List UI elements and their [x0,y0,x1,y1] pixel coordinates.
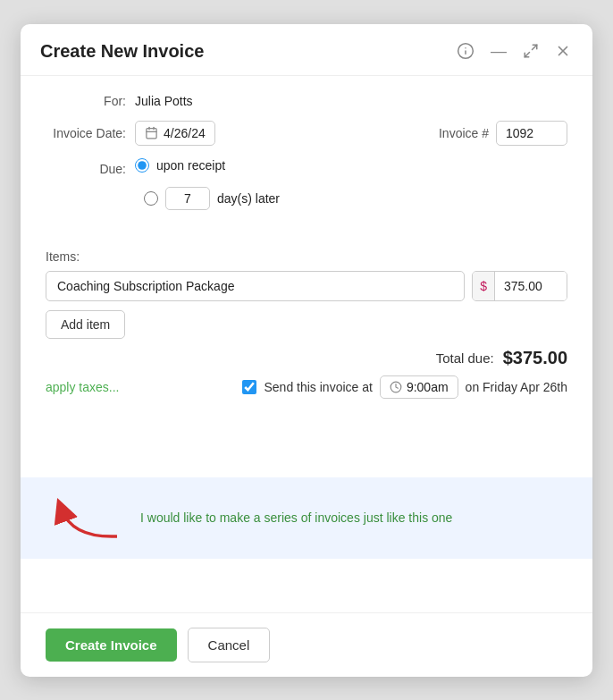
taxes-send-row: apply taxes... Send this invoice at 9:00… [46,375,567,399]
upon-receipt-radio[interactable] [135,158,149,173]
spacer1 [46,223,567,240]
item-price-group: $ [472,271,567,301]
send-label: Send this invoice at [264,380,372,394]
minimize-button[interactable]: — [489,40,508,63]
due-label-row: Due: upon receipt [46,158,567,180]
days-later-label: day(s) later [217,191,280,206]
calendar-icon [145,126,158,139]
svg-line-3 [533,45,537,49]
upon-receipt-label: upon receipt [156,158,225,173]
hint-icon-button[interactable] [455,40,476,62]
expand-button[interactable] [521,41,541,61]
price-prefix: $ [473,272,495,300]
for-label: For: [46,94,135,108]
send-time: 9:00am [407,380,449,394]
send-row: Send this invoice at 9:00am on Friday Ap… [242,375,567,399]
item-price-input[interactable] [495,272,567,300]
header-icons: — [455,40,573,63]
series-banner: I would like to make a series of invoice… [21,477,592,559]
date-invoice-row: Invoice Date: 4/26/24 Invoice # [46,121,567,146]
invoice-number-input[interactable] [496,121,567,146]
cancel-button[interactable]: Cancel [188,628,271,662]
time-badge[interactable]: 9:00am [380,375,458,399]
days-input[interactable] [165,187,210,210]
send-checkbox[interactable] [242,380,256,394]
modal-footer: Create Invoice Cancel [21,612,592,677]
create-invoice-button[interactable]: Create Invoice [46,628,177,662]
svg-line-4 [525,53,529,57]
apply-taxes-link[interactable]: apply taxes... [46,380,120,394]
add-item-button[interactable]: Add item [46,310,125,339]
for-row: For: Julia Potts [46,94,567,108]
totals-row: Total due: $375.00 [46,348,567,368]
clock-icon [390,381,402,393]
due-label: Due: [46,162,135,176]
send-date: on Friday Apr 26th [466,380,567,394]
invoice-number-group: Invoice # [439,121,567,146]
modal-title: Create New Invoice [40,41,204,62]
days-later-row: day(s) later [144,187,567,210]
close-button[interactable] [553,41,573,61]
invoice-date-label: Invoice Date: [46,126,135,140]
total-label: Total due: [436,350,494,366]
create-invoice-modal: Create New Invoice — [21,24,592,677]
modal-body: For: Julia Potts Invoice Date: 4/26/24 I… [21,76,592,468]
arrow-container [46,493,126,543]
invoice-num-label: Invoice # [439,126,489,140]
upon-receipt-row: upon receipt [135,158,225,173]
items-label: Items: [46,249,567,264]
for-value: Julia Potts [135,94,193,108]
invoice-date-input[interactable]: 4/26/24 [135,121,215,146]
invoice-date-value: 4/26/24 [164,126,206,140]
total-amount: $375.00 [503,348,567,368]
arrow-icon [46,493,126,543]
modal-header: Create New Invoice — [21,24,592,76]
due-section: Due: upon receipt day(s) later [46,158,567,210]
item-name-input[interactable] [46,271,465,301]
body-spacer [21,559,592,612]
series-text[interactable]: I would like to make a series of invoice… [140,510,452,525]
days-later-radio[interactable] [144,191,158,206]
items-section: Items: $ Add item [46,249,567,339]
svg-rect-7 [147,129,156,139]
item-row: $ [46,271,567,301]
